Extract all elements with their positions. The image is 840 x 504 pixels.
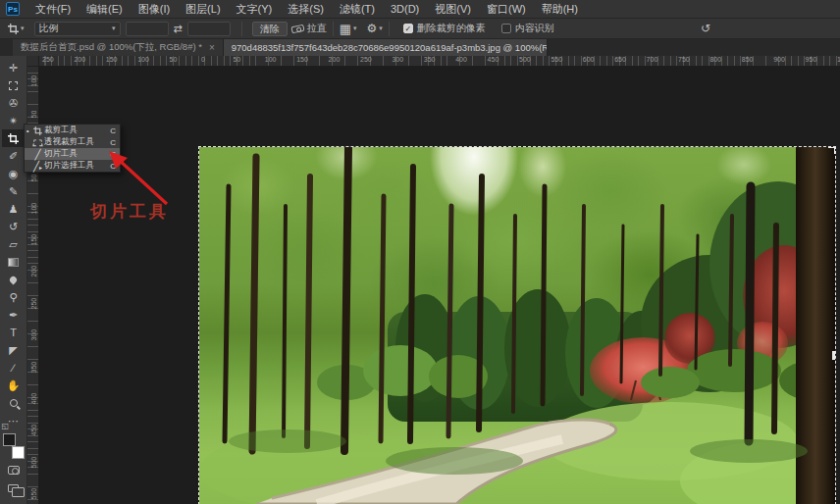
magic-wand-tool[interactable]: ✴ — [2, 112, 26, 129]
ruler-label: 50 — [30, 109, 37, 119]
crop-tool-options-icon[interactable]: ▾ — [8, 24, 25, 34]
foreground-color-swatch[interactable] — [3, 433, 16, 446]
chevron-down-icon: ▾ — [21, 25, 25, 32]
divider — [241, 22, 242, 36]
crop-handle-top-right[interactable] — [828, 147, 835, 154]
screen-mode-icon — [8, 484, 19, 492]
menu-item[interactable]: 滤镜(T) — [332, 0, 383, 19]
straighten-icon[interactable] — [290, 24, 304, 33]
type-tool[interactable]: T — [2, 324, 26, 341]
eraser-tool[interactable]: ▱ — [2, 235, 26, 253]
document-tab[interactable]: 970d48835f13f757f643deb28c70686e9950120a… — [224, 39, 548, 56]
ruler-label: 550 — [30, 490, 37, 500]
delete-cropped-pixels-option[interactable]: ✓ 删除裁剪的像素 — [403, 22, 486, 35]
path-selection-tool[interactable]: ◤ — [2, 341, 26, 359]
ruler-label: 500 — [30, 458, 37, 468]
menu-item[interactable]: 帮助(H) — [534, 0, 586, 19]
menu-item[interactable]: 选择(S) — [280, 0, 332, 19]
hand-tool[interactable]: ✋ — [2, 377, 26, 394]
delete-cropped-pixels-checkbox[interactable]: ✓ — [403, 24, 413, 33]
ruler-label: 200 — [30, 268, 37, 277]
flyout-item-shortcut: C — [110, 150, 116, 159]
ruler-label: 950 — [806, 56, 817, 63]
swap-dimensions-icon[interactable]: ⇄ — [174, 24, 183, 34]
ruler-label: 250 — [42, 56, 54, 63]
document-tab-title: 数据后台首页.psd @ 100%(下拉, RGB/8#) * — [21, 41, 202, 54]
crop-tool[interactable] — [2, 129, 26, 147]
document-tab[interactable]: 数据后台首页.psd @ 100%(下拉, RGB/8#) * × — [13, 39, 224, 56]
zoom-tool[interactable] — [2, 394, 26, 412]
eyedropper-tool[interactable]: ✐ — [2, 147, 26, 165]
content-aware-checkbox[interactable] — [501, 24, 511, 33]
content-aware-label: 内容识别 — [515, 22, 554, 35]
ruler-label: 0 — [201, 56, 205, 63]
default-colors-icon[interactable]: ◱ — [2, 422, 10, 430]
flyout-item[interactable]: • 裁剪工具 C — [25, 125, 120, 136]
crop-tool-flyout-menu: • 裁剪工具 C 透视裁剪工具 C ╱ 切片工具 C ╱▸ 切片选择工具 C — [24, 124, 121, 173]
ruler-label: 100 — [265, 56, 277, 63]
document-tab-bar: 数据后台首页.psd @ 100%(下拉, RGB/8#) * × 970d48… — [0, 39, 840, 56]
photoshop-window: Ps 文件(F)编辑(E)图像(I)图层(L)文字(Y)选择(S)滤镜(T)3D… — [0, 0, 840, 504]
pen-tool[interactable]: ✒ — [2, 306, 26, 324]
content-aware-option[interactable]: 内容识别 — [501, 22, 554, 35]
slice-tool-icon: ╱ — [31, 149, 44, 160]
gradient-tool[interactable] — [2, 253, 26, 271]
history-brush-tool[interactable]: ↺ — [2, 218, 26, 235]
ruler-label: 350 — [424, 56, 436, 63]
blur-tool[interactable] — [2, 271, 26, 288]
brush-tool[interactable]: ✎ — [2, 182, 26, 200]
menu-item[interactable]: 文字(Y) — [229, 0, 281, 19]
menu-item[interactable]: 图像(I) — [131, 0, 178, 19]
menu-item[interactable]: 视图(V) — [427, 0, 479, 19]
crop-tool-icon — [31, 126, 44, 135]
flyout-item[interactable]: 透视裁剪工具 C — [25, 136, 120, 148]
reset-tool-icon[interactable]: ↺ — [701, 22, 710, 35]
flyout-item-shortcut: C — [110, 138, 116, 147]
document-tab-title: 970d48835f13f757f643deb28c70686e9950120a… — [232, 42, 548, 53]
crop-settings-gear-icon[interactable]: ⚙ — [367, 23, 378, 34]
flyout-item-shortcut: C — [110, 162, 116, 171]
menu-item[interactable]: 编辑(E) — [79, 0, 131, 19]
menu-items: 文件(F)编辑(E)图像(I)图层(L)文字(Y)选择(S)滤镜(T)3D(D)… — [27, 0, 586, 19]
clear-button[interactable]: 清除 — [252, 22, 288, 36]
close-icon[interactable]: × — [209, 42, 215, 53]
straighten-label[interactable]: 拉直 — [307, 22, 327, 35]
line-tool[interactable]: ∕ — [2, 359, 26, 377]
ruler-label: 500 — [519, 56, 531, 63]
crop-handle-right[interactable] — [832, 351, 835, 360]
crop-preset-select[interactable]: 比例 ▾ — [34, 22, 121, 36]
marquee-tool[interactable] — [2, 76, 26, 94]
background-color-swatch[interactable] — [12, 446, 25, 459]
color-swatches[interactable]: ◱ — [3, 433, 25, 459]
healing-brush-tool[interactable]: ◉ — [2, 165, 26, 182]
document-image[interactable] — [199, 147, 835, 504]
chevron-down-icon: ▾ — [379, 25, 383, 32]
menu-item[interactable]: 文件(F) — [27, 0, 79, 19]
menu-item[interactable]: 窗口(W) — [479, 0, 534, 19]
ruler-label: 250 — [360, 56, 372, 63]
lasso-tool[interactable]: ✇ — [2, 94, 26, 112]
ruler-label: 150 — [30, 236, 37, 246]
crop-height-input[interactable] — [187, 22, 231, 36]
flyout-item-shortcut: C — [110, 126, 116, 135]
flyout-item[interactable]: ╱ 切片工具 C — [25, 148, 120, 160]
dodge-tool[interactable]: ⚲ — [2, 288, 26, 306]
ruler-label: 100 — [30, 77, 37, 87]
screen-mode-button[interactable] — [2, 480, 26, 496]
quick-mask-button[interactable] — [2, 462, 26, 478]
options-bar: ▾ 比例 ▾ ⇄ 清除 拉直 ▦ ▾ ⚙ ▾ ✓ 删除裁剪的像素 内容识别 ↺ — [0, 19, 840, 39]
menu-item[interactable]: 3D(D) — [383, 0, 427, 19]
menu-item[interactable]: 图层(L) — [178, 0, 228, 19]
move-tool[interactable]: ✛ — [2, 59, 26, 76]
clone-stamp-tool[interactable]: ♟ — [2, 200, 26, 218]
ruler-label: 700 — [647, 56, 658, 63]
ruler-label: 100 — [30, 204, 37, 214]
ruler-label: 100 — [137, 56, 149, 63]
overlay-options-icon[interactable]: ▦ — [340, 23, 351, 35]
canvas-area[interactable] — [39, 67, 840, 504]
slice-select-tool-icon: ╱▸ — [31, 161, 44, 172]
ruler-label: 250 — [30, 299, 37, 309]
chevron-down-icon: ▾ — [353, 25, 357, 32]
crop-width-input[interactable] — [126, 22, 169, 36]
flyout-item[interactable]: ╱▸ 切片选择工具 C — [25, 160, 120, 172]
